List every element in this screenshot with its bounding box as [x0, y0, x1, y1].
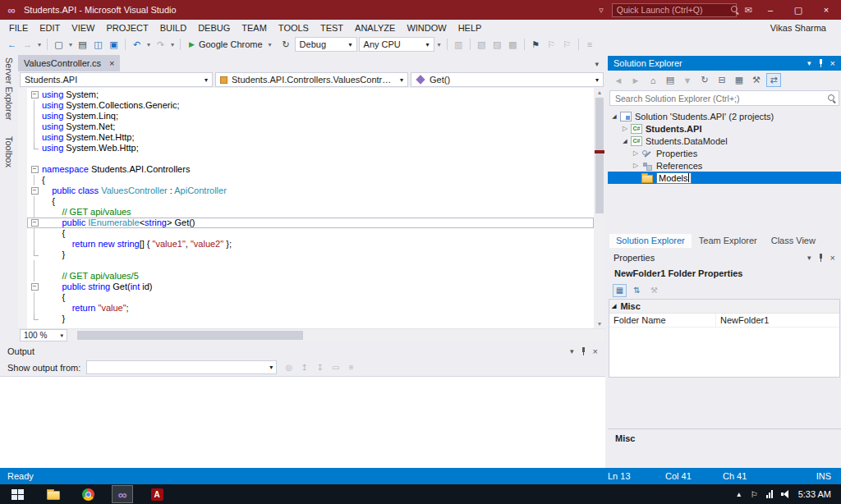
navigation-history-dropdown-icon[interactable]: ▾	[36, 41, 43, 48]
step-out-icon[interactable]: ▩	[506, 39, 520, 50]
editor-horizontal-scrollbar[interactable]	[67, 329, 605, 341]
visual-studio-taskbar-icon[interactable]: ∞	[112, 485, 133, 503]
refresh-icon[interactable]: ↻	[697, 73, 712, 87]
property-category-row[interactable]: ◢ Misc	[609, 300, 839, 314]
pin-icon[interactable]	[581, 347, 586, 355]
back-icon[interactable]: ◄	[611, 73, 626, 87]
fold-region[interactable]: −	[27, 218, 42, 228]
menu-tools[interactable]: TOOLS	[273, 21, 315, 35]
code-editor[interactable]: −using System;using System.Collections.G…	[18, 88, 605, 328]
menu-analyze[interactable]: ANALYZE	[349, 21, 401, 35]
tree-collapsed-arrow-icon[interactable]: ▷	[631, 149, 641, 157]
find-in-files-icon[interactable]: ▥	[452, 39, 466, 50]
quick-launch-box[interactable]	[612, 3, 737, 17]
property-row[interactable]: Folder NameNewFolder1	[609, 314, 839, 328]
tab-solution-explorer[interactable]: Solution Explorer	[609, 234, 692, 248]
pin-icon[interactable]	[819, 254, 823, 262]
solution-search-box[interactable]	[609, 90, 839, 106]
step-into-icon[interactable]: ▧	[475, 39, 489, 50]
pending-changes-filter-icon[interactable]: ▼	[680, 73, 695, 87]
fold-collapse-icon[interactable]: −	[31, 91, 39, 99]
next-bookmark-icon[interactable]: ⚐	[560, 39, 574, 50]
tab-class-view[interactable]: Class View	[765, 234, 822, 248]
fold-region[interactable]: −	[27, 186, 42, 196]
redo-icon[interactable]: ↷	[154, 39, 168, 50]
collapse-all-icon[interactable]: ⊟	[715, 73, 729, 87]
active-files-dropdown-icon[interactable]: ▾	[595, 60, 599, 68]
close-panel-icon[interactable]: ×	[593, 346, 598, 356]
start-debugging-button[interactable]: ▶Google Chrome▾	[185, 39, 278, 49]
editor-vertical-scrollbar[interactable]: ▲ ▼	[594, 88, 605, 328]
window-position-icon[interactable]: ▾	[570, 347, 574, 355]
minimize-button[interactable]: –	[761, 5, 780, 15]
find-message-icon[interactable]: ◎	[283, 363, 295, 372]
window-position-icon[interactable]: ▾	[807, 254, 811, 262]
tab-team-explorer[interactable]: Team Explorer	[692, 234, 764, 248]
menu-test[interactable]: TEST	[315, 21, 349, 35]
fold-region[interactable]: −	[27, 164, 42, 175]
fold-collapse-icon[interactable]: −	[31, 166, 39, 173]
switch-views-icon[interactable]: ▤	[663, 73, 678, 87]
solution-search-input[interactable]	[615, 94, 825, 103]
menu-edit[interactable]: EDIT	[34, 21, 66, 35]
volume-icon[interactable]	[781, 490, 790, 498]
fold-region[interactable]: −	[27, 282, 42, 292]
clock[interactable]: 5:33 AM	[798, 489, 831, 499]
maximize-button[interactable]: ▢	[788, 5, 808, 16]
navigate-backward-icon[interactable]: ←	[5, 39, 19, 49]
menu-debug[interactable]: DEBUG	[192, 21, 236, 35]
menu-build[interactable]: BUILD	[154, 21, 192, 35]
go-to-previous-message-icon[interactable]: ↥	[298, 363, 310, 372]
run-dropdown-icon[interactable]: ▾	[267, 41, 273, 48]
output-content[interactable]	[0, 376, 605, 468]
fold-collapse-icon[interactable]: −	[31, 187, 39, 195]
category-expanded-icon[interactable]: ◢	[612, 303, 616, 309]
solution-platform-select[interactable]: Any CPU▾	[359, 37, 434, 52]
tree-collapsed-arrow-icon[interactable]: ▷	[631, 162, 641, 169]
bookmark-icon[interactable]: ⚑	[529, 39, 543, 50]
scrollbar-thumb[interactable]	[595, 98, 604, 213]
menu-file[interactable]: FILE	[3, 21, 34, 35]
tree-item-students-api[interactable]: ▷Students.API	[608, 122, 841, 135]
adobe-reader-taskbar-icon[interactable]: A	[146, 485, 168, 503]
start-button[interactable]	[0, 484, 34, 504]
scrollbar-track[interactable]	[594, 97, 605, 319]
new-file-dropdown-icon[interactable]: ▾	[67, 41, 74, 48]
fold-region[interactable]: −	[27, 89, 42, 100]
menu-team[interactable]: TEAM	[236, 21, 273, 35]
menu-view[interactable]: VIEW	[66, 21, 100, 35]
solution-configuration-select[interactable]: Debug▾	[295, 37, 357, 52]
properties-icon[interactable]: ⚒	[749, 73, 764, 87]
chrome-taskbar-icon[interactable]	[77, 485, 99, 503]
previous-bookmark-icon[interactable]: ⚐	[545, 39, 558, 50]
tree-collapsed-arrow-icon[interactable]: ▷	[620, 125, 630, 132]
pin-icon[interactable]	[819, 59, 823, 67]
menu-project[interactable]: PROJECT	[100, 21, 154, 35]
project-dropdown[interactable]: Students.API ▾	[20, 72, 213, 87]
save-all-icon[interactable]: ▣	[107, 39, 121, 50]
home-icon[interactable]: ⌂	[646, 73, 660, 87]
zoom-select[interactable]: 100 % ▾	[20, 329, 67, 341]
go-to-next-message-icon[interactable]: ↧	[314, 363, 326, 372]
menu-help[interactable]: HELP	[453, 21, 488, 35]
properties-object-select[interactable]: NewFolder1 Folder Properties	[608, 265, 841, 282]
alphabetical-icon[interactable]: ⇅	[630, 284, 644, 297]
close-panel-icon[interactable]: ×	[830, 58, 835, 68]
menu-window[interactable]: WINDOW	[401, 21, 452, 35]
network-icon[interactable]	[766, 490, 773, 498]
clear-all-icon[interactable]: ▭	[329, 363, 342, 372]
server-explorer-tab[interactable]: Server Explorer	[4, 56, 14, 121]
notifications-icon[interactable]: ▿	[599, 5, 604, 16]
properties-header[interactable]: Properties ▾ ×	[608, 250, 841, 265]
navigate-forward-icon[interactable]: →	[21, 39, 34, 49]
tree-item-solution-students-api-2-projects[interactable]: ◢Solution 'Students.API' (2 projects)	[608, 110, 841, 122]
action-center-icon[interactable]: ⚐	[751, 490, 758, 499]
fold-collapse-icon[interactable]: −	[31, 283, 39, 291]
quick-launch-input[interactable]	[617, 5, 728, 15]
scroll-up-icon[interactable]: ▲	[597, 88, 603, 97]
solution-explorer-header[interactable]: Solution Explorer ▾ ×	[608, 56, 841, 71]
redo-dropdown-icon[interactable]: ▾	[169, 41, 176, 48]
signed-in-user[interactable]: Vikas Sharma	[770, 23, 826, 33]
property-pages-icon[interactable]: ⚒	[647, 284, 661, 297]
search-icon[interactable]	[828, 94, 836, 103]
